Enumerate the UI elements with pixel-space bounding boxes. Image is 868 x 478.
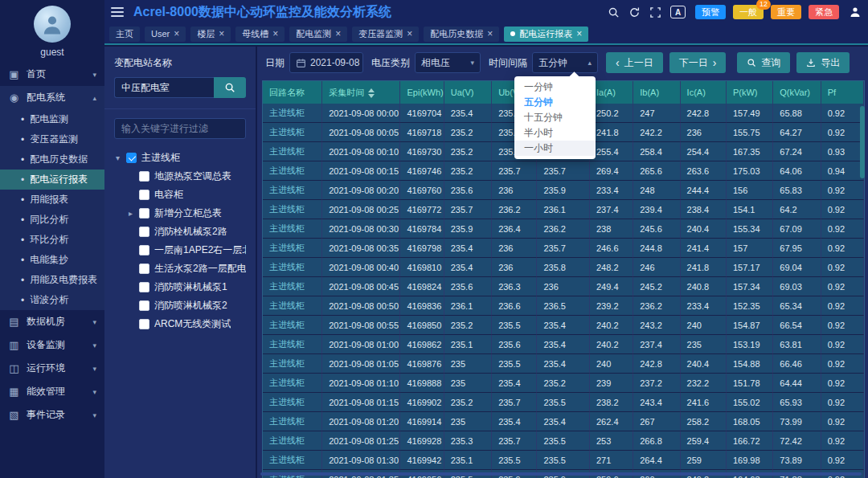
query-button[interactable]: 查询 — [737, 52, 790, 73]
tree-node[interactable]: 消防喷淋机械泵2 — [114, 296, 246, 315]
sidebar-item-mom-analysis[interactable]: •环比分析 — [0, 230, 104, 250]
badge-important[interactable]: 重要 — [771, 5, 801, 19]
circuit-name-link[interactable]: 主进线柜 — [263, 393, 322, 412]
refresh-icon[interactable] — [628, 6, 641, 18]
sidebar-item-energy-report[interactable]: •用能报表 — [0, 190, 104, 210]
sidebar-item-home[interactable]: ▣首页▾ — [0, 63, 104, 86]
time-interval-select[interactable]: 五分钟 ▴ — [532, 52, 598, 73]
checkbox[interactable] — [139, 190, 149, 200]
sidebar-item-events[interactable]: ▧事件记录▾ — [0, 403, 104, 427]
close-icon[interactable]: × — [335, 29, 341, 39]
circuit-name-link[interactable]: 主进线柜 — [263, 451, 322, 470]
tab-user[interactable]: User× — [145, 27, 186, 42]
close-icon[interactable]: × — [272, 29, 278, 39]
chevron-down-icon[interactable]: ▾ — [114, 153, 121, 162]
sidebar-item-pd-monitor[interactable]: •配电监测 — [0, 109, 104, 129]
circuit-name-link[interactable]: 主进线柜 — [263, 219, 322, 239]
fullscreen-icon[interactable] — [649, 6, 661, 18]
circuit-name-link[interactable]: 主进线柜 — [263, 239, 322, 258]
sidebar-item-energy-mgmt[interactable]: ▦能效管理▾ — [0, 380, 104, 403]
tree-node[interactable]: 电容柜 — [114, 186, 246, 204]
checkbox[interactable] — [139, 300, 149, 311]
tree-node[interactable]: ▸新增分立柜总表 — [114, 204, 246, 223]
sidebar-item-environment[interactable]: ◫运行环境▾ — [0, 357, 104, 380]
checkbox[interactable] — [139, 208, 149, 219]
tree-node[interactable]: ARCM无线类测试 — [114, 315, 246, 333]
sort-icon[interactable] — [368, 88, 375, 98]
circuit-name-link[interactable]: 主进线柜 — [263, 161, 322, 181]
checkbox[interactable] — [139, 282, 149, 292]
circuit-name-link[interactable]: 主进线柜 — [263, 296, 322, 316]
circuit-name-link[interactable]: 主进线柜 — [263, 412, 322, 431]
tab-floor[interactable]: 楼层× — [190, 27, 231, 42]
dropdown-option[interactable]: 一分钟 — [514, 80, 596, 95]
checkbox[interactable] — [139, 171, 149, 182]
tab-pd-report[interactable]: 配电运行报表× — [504, 27, 588, 42]
vertical-scrollbar[interactable] — [860, 106, 865, 178]
circuit-name-link[interactable]: 主进线柜 — [263, 354, 322, 374]
sidebar-item-energy-cost-report[interactable]: •用能及电费报表 — [0, 270, 104, 290]
voltage-type-select[interactable]: 相电压 ▾ — [415, 52, 481, 73]
checkbox[interactable] — [139, 319, 149, 329]
tree-node[interactable]: 消防喷淋机械泵1 — [114, 278, 246, 296]
tree-node[interactable]: 生活水泵2路一层配电房 — [114, 259, 246, 278]
dropdown-option[interactable]: 十五分钟 — [514, 110, 596, 125]
sidebar-item-meter-reading[interactable]: •电能集抄 — [0, 250, 104, 270]
sidebar-item-data-room[interactable]: ▤数据机房▾ — [0, 310, 104, 333]
close-icon[interactable]: × — [219, 29, 224, 39]
circuit-name-link[interactable]: 主进线柜 — [263, 200, 322, 219]
circuit-name-link[interactable]: 主进线柜 — [263, 258, 322, 277]
dropdown-option[interactable]: 一小时 — [514, 141, 596, 156]
sidebar-item-pd-report[interactable]: •配电运行报表 — [0, 170, 104, 190]
checkbox[interactable] — [139, 227, 149, 237]
export-button[interactable]: 导出 — [796, 52, 850, 73]
circuit-name-link[interactable]: 主进线柜 — [263, 123, 322, 142]
checkbox[interactable] — [126, 153, 137, 163]
close-icon[interactable]: × — [407, 29, 412, 39]
close-icon[interactable]: × — [576, 29, 582, 39]
tree-node[interactable]: 一层南1APE2右一层北1APE1左 — [114, 241, 246, 259]
tab-busway[interactable]: 母线槽× — [235, 27, 285, 42]
sidebar-item-power-system[interactable]: ◉配电系统▴ — [0, 86, 104, 109]
sidebar-item-harmonic-analysis[interactable]: •谐波分析 — [0, 290, 104, 310]
tree-node[interactable]: 消防栓机械泵2路 — [114, 223, 246, 241]
circuit-name-link[interactable]: 主进线柜 — [263, 104, 322, 123]
sidebar-item-pd-history[interactable]: •配电历史数据 — [0, 149, 104, 170]
tree-node[interactable]: ▾主进线柜 — [114, 149, 246, 167]
badge-general[interactable]: 一般12 — [733, 5, 764, 19]
tab-home[interactable]: 主页 — [109, 27, 140, 42]
station-search-button[interactable] — [214, 77, 246, 98]
date-picker[interactable]: 2021-09-08 — [289, 52, 363, 73]
tree-node[interactable]: 地源热泵空调总表 — [114, 167, 246, 186]
next-day-button[interactable]: 下一日 › — [669, 52, 727, 73]
station-search-input[interactable] — [114, 77, 214, 98]
circuit-name-link[interactable]: 主进线柜 — [263, 335, 322, 354]
checkbox[interactable] — [139, 264, 149, 274]
horizontal-scrollbar[interactable] — [260, 472, 862, 476]
sidebar-item-transformer-monitor[interactable]: •变压器监测 — [0, 129, 104, 149]
tab-pd-monitor[interactable]: 配电监测× — [289, 27, 347, 42]
dropdown-option[interactable]: 五分钟 — [514, 95, 596, 110]
circuit-name-link[interactable]: 主进线柜 — [263, 277, 322, 296]
sidebar-item-yoy-analysis[interactable]: •同比分析 — [0, 210, 104, 230]
hamburger-menu-icon[interactable] — [111, 7, 124, 17]
column-header[interactable]: 采集时间 — [322, 81, 400, 104]
user-icon[interactable] — [849, 6, 862, 18]
checkbox[interactable] — [139, 245, 149, 255]
circuit-name-link[interactable]: 主进线柜 — [263, 374, 322, 393]
badge-urgent[interactable]: 紧急 — [809, 5, 839, 19]
badge-warning[interactable]: 预警 — [695, 5, 726, 19]
close-icon[interactable]: × — [487, 29, 493, 39]
search-icon[interactable] — [608, 6, 620, 18]
tab-pd-history[interactable]: 配电历史数据× — [424, 27, 499, 42]
circuit-name-link[interactable]: 主进线柜 — [263, 431, 322, 451]
sidebar-item-device-monitor[interactable]: ▥设备监测▾ — [0, 333, 104, 357]
circuit-name-link[interactable]: 主进线柜 — [263, 316, 322, 335]
tree-filter-input[interactable] — [114, 118, 246, 139]
font-size-icon[interactable]: A — [670, 6, 686, 18]
dropdown-option[interactable]: 半小时 — [514, 125, 596, 141]
close-icon[interactable]: × — [174, 29, 179, 39]
circuit-name-link[interactable]: 主进线柜 — [263, 142, 322, 161]
prev-day-button[interactable]: ‹ 上一日 — [606, 52, 663, 73]
circuit-name-link[interactable]: 主进线柜 — [263, 181, 322, 200]
